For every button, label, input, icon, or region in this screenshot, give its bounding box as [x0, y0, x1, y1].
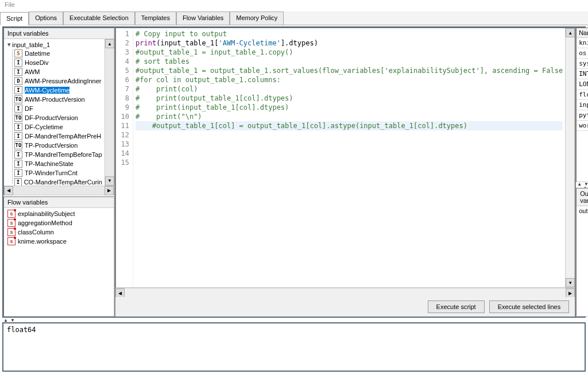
type-badge: D	[14, 77, 22, 85]
type-badge: I	[14, 132, 22, 140]
tree-item[interactable]: DAWM-PressureAddingInner	[5, 76, 103, 86]
cell-name: os	[577, 48, 588, 58]
table-row[interactable]: workspacePy	[577, 121, 588, 131]
cell-name: python_...	[577, 110, 588, 120]
tree-root[interactable]: ▾input_table_1	[5, 40, 103, 49]
tab-strip: Script Options Executable Selection Temp…	[0, 11, 588, 25]
output-var-item[interactable]: output_table_1	[579, 207, 588, 214]
scroll-left-icon[interactable]: ◀	[115, 288, 125, 298]
tree-item[interactable]: TOAWM-ProductVersion	[5, 95, 103, 104]
table-row[interactable]: input_t...Da	[577, 100, 588, 110]
tree-item-label: TP-MandrelTempBeforeTap	[25, 151, 102, 158]
output-variables-header: Output variables	[577, 188, 588, 206]
flow-variables-list[interactable]: sexplainabilitySubjectsaggregationMethod…	[4, 208, 114, 316]
cell-name: LONG_SE...	[577, 79, 588, 89]
scroll-up-icon[interactable]: ▲	[566, 28, 575, 37]
vscrollbar[interactable]: ▲ ▼	[105, 39, 114, 186]
flow-item[interactable]: sexplainabilitySubject	[5, 209, 113, 218]
tree-item[interactable]: IHoseDiv	[5, 58, 103, 67]
tree-item-label: CO-MandrelTempAfterCurin	[24, 179, 102, 186]
code-editor[interactable]: 123456789101112131415 # Copy input to ou…	[115, 28, 575, 288]
table-row[interactable]: knime_j...mo	[577, 38, 588, 48]
console-output[interactable]: float64	[2, 322, 586, 372]
type-badge: I	[14, 178, 22, 186]
tree-item[interactable]: ITP-WinderTurnCnt	[5, 168, 103, 178]
cell-name: knime_j...	[577, 38, 588, 48]
tree-item[interactable]: ICO-MandrelTempAfterCurin	[5, 178, 103, 186]
scroll-right-icon[interactable]: ▶	[566, 288, 575, 298]
type-badge: I	[14, 86, 22, 94]
table-row[interactable]: osmo	[577, 48, 588, 59]
execute-selected-button[interactable]: Execute selected lines	[489, 300, 569, 313]
table-row[interactable]: INT_SEN...in	[577, 69, 588, 79]
col-name-header[interactable]: Name	[577, 28, 588, 37]
type-badge: I	[14, 123, 22, 131]
flow-badge-icon: s	[7, 228, 16, 236]
tree-item-label: DF-Cycletime	[25, 124, 63, 130]
flow-item-label: knime.workspace	[18, 238, 67, 245]
tree-item[interactable]: IAWM	[5, 67, 103, 76]
flow-badge-icon: s	[7, 237, 16, 245]
tab-memory[interactable]: Memory Policy	[230, 11, 284, 25]
tab-script[interactable]: Script	[0, 12, 29, 25]
flow-variables-panel: Flow variables sexplainabilitySubjectsag…	[3, 196, 114, 317]
table-row[interactable]: LONG_SE...in	[577, 79, 588, 90]
tree-item-label: AWM-ProductVersion	[25, 96, 85, 103]
tree-item-label: DF-ProductVersion	[25, 114, 78, 121]
cell-name: flow_va...	[577, 90, 588, 99]
input-variables-tree[interactable]: ▾input_table_1SDatetimeIHoseDivIAWMDAWM-…	[4, 39, 105, 186]
flow-item[interactable]: sclassColumn	[5, 228, 113, 237]
cell-name: workspace	[577, 121, 588, 130]
flow-item-label: explainabilitySubject	[18, 210, 75, 217]
scroll-down-icon[interactable]: ▼	[105, 176, 114, 186]
flow-item[interactable]: sknime.workspace	[5, 237, 113, 246]
table-row[interactable]: flow_va...Or	[577, 90, 588, 100]
tree-item[interactable]: ITP-MachineState	[5, 159, 103, 168]
type-badge: I	[14, 105, 22, 113]
tree-item[interactable]: IDF-MandrelTempAfterPreH	[5, 132, 103, 141]
cell-name: INT_SEN...	[577, 69, 588, 79]
execute-script-button[interactable]: Execute script	[428, 300, 485, 313]
cell-name: input_t...	[577, 100, 588, 110]
tree-item-label: HoseDiv	[25, 59, 49, 66]
tab-options[interactable]: Options	[29, 11, 63, 25]
tree-item[interactable]: IAWM-Cycletime	[5, 86, 103, 95]
tab-flowvars[interactable]: Flow Variables	[176, 11, 230, 25]
menu-file[interactable]: File	[5, 1, 15, 8]
tree-item-label: DF	[25, 105, 33, 112]
editor-hscrollbar[interactable]: ◀ ▶	[115, 288, 575, 297]
scroll-down-icon[interactable]: ▼	[566, 278, 575, 287]
flow-item-label: classColumn	[18, 229, 54, 236]
editor-vscrollbar[interactable]: ▲ ▼	[565, 28, 574, 287]
tree-item-label: AWM-PressureAddingInner	[25, 78, 101, 84]
flow-badge-icon: s	[7, 219, 16, 227]
tree-item[interactable]: IDF-Cycletime	[5, 122, 103, 132]
tree-item-label: Datetime	[25, 50, 50, 57]
button-row: Execute script Execute selected lines	[115, 297, 575, 317]
output-variables-panel: Output variables output_table_1	[576, 188, 588, 317]
table-row[interactable]: python_...st	[577, 110, 588, 121]
tree-item-label: TP-ProductVersion	[25, 142, 78, 149]
scroll-up-icon[interactable]: ▲	[105, 39, 114, 48]
tree-item[interactable]: SDatetime	[5, 49, 103, 58]
flow-item-label: aggregationMethod	[18, 219, 72, 226]
console-split-handle[interactable]: ▲▼	[2, 318, 586, 322]
type-badge: I	[14, 169, 22, 177]
hscrollbar[interactable]: ◀ ▶	[4, 186, 114, 195]
tree-item[interactable]: ITP-MandrelTempBeforeTap	[5, 150, 103, 159]
split-handle[interactable]: ▲▼	[576, 182, 588, 187]
cell-name: sys	[577, 59, 588, 68]
type-badge: I	[14, 151, 22, 159]
table-row[interactable]: sysmo	[577, 59, 588, 69]
scroll-left-icon[interactable]: ◀	[4, 186, 13, 195]
tree-item[interactable]: TODF-ProductVersion	[5, 113, 103, 122]
tree-item[interactable]: TOTP-ProductVersion	[5, 141, 103, 150]
tab-executable[interactable]: Executable Selection	[63, 11, 135, 25]
flow-badge-icon: s	[7, 210, 16, 218]
code-area[interactable]: # Copy input to outputprint(input_table_…	[133, 28, 565, 287]
flow-item[interactable]: saggregationMethod	[5, 218, 113, 228]
tree-item[interactable]: IDF	[5, 104, 103, 113]
tab-templates[interactable]: Templates	[135, 11, 176, 25]
scroll-right-icon[interactable]: ▶	[105, 186, 114, 195]
variables-table[interactable]: Name T knime_j...moosmosysmoINT_SEN...in…	[576, 28, 588, 182]
